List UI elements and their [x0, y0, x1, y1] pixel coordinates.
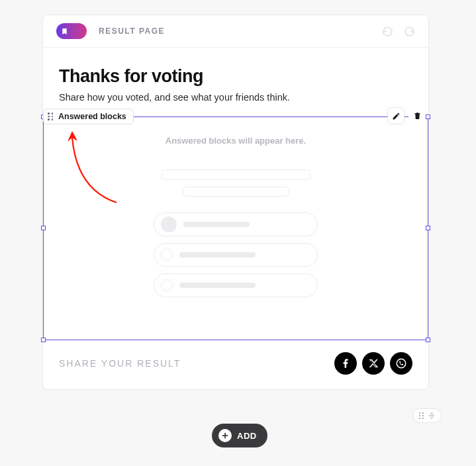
undo-icon[interactable] [382, 26, 393, 37]
x-icon [368, 358, 379, 369]
selection-handle[interactable] [426, 338, 430, 342]
selection-handle[interactable] [426, 115, 430, 119]
skeleton-preview [150, 169, 322, 304]
skeleton-line [162, 169, 310, 180]
selection-handle[interactable] [426, 226, 430, 230]
add-button-label: ADD [237, 431, 257, 441]
bookmark-icon [61, 27, 68, 36]
selection-handle[interactable] [41, 226, 46, 230]
skeleton-option [154, 243, 318, 267]
whatsapp-icon [395, 357, 407, 369]
answered-blocks-area[interactable]: Answered blocks will appear here. [43, 117, 428, 340]
header-actions [382, 26, 415, 37]
share-row: SHARE YOUR RESULT [43, 340, 428, 389]
reorder-handle[interactable] [412, 408, 442, 423]
pencil-icon [392, 112, 401, 120]
placeholder-text: Answered blocks will appear here. [44, 136, 428, 146]
trash-icon [413, 111, 422, 120]
heading-block: Thanks for voting Share how you voted, a… [43, 48, 428, 109]
skeleton-line [183, 187, 289, 197]
answered-blocks-chip[interactable]: Answered blocks [43, 109, 134, 124]
result-page-card: RESULT PAGE Thanks for voting Share how … [42, 15, 429, 390]
page-title: Thanks for voting [59, 66, 412, 87]
skeleton-option [154, 273, 318, 297]
share-whatsapp[interactable] [390, 352, 412, 375]
bookmark-toggle[interactable] [56, 23, 87, 39]
share-x[interactable] [362, 352, 385, 375]
grip-icon [48, 113, 54, 120]
redo-icon[interactable] [404, 26, 415, 37]
chip-label: Answered blocks [58, 112, 126, 121]
share-label: SHARE YOUR RESULT [59, 358, 181, 369]
grip-icon [419, 412, 424, 420]
selection-handle[interactable] [41, 338, 46, 342]
card-header: RESULT PAGE [43, 15, 428, 48]
share-icons [334, 352, 412, 375]
delete-button[interactable] [408, 107, 426, 124]
page-label: RESULT PAGE [99, 26, 165, 36]
page-subtitle: Share how you voted, and see what your f… [59, 92, 412, 103]
facebook-icon [340, 357, 352, 369]
svg-point-0 [397, 359, 406, 368]
skeleton-option [154, 212, 318, 236]
edit-button[interactable] [387, 107, 405, 124]
plus-icon [218, 429, 232, 442]
add-button[interactable]: ADD [212, 424, 267, 447]
share-facebook[interactable] [334, 352, 357, 375]
split-icon [428, 412, 435, 420]
